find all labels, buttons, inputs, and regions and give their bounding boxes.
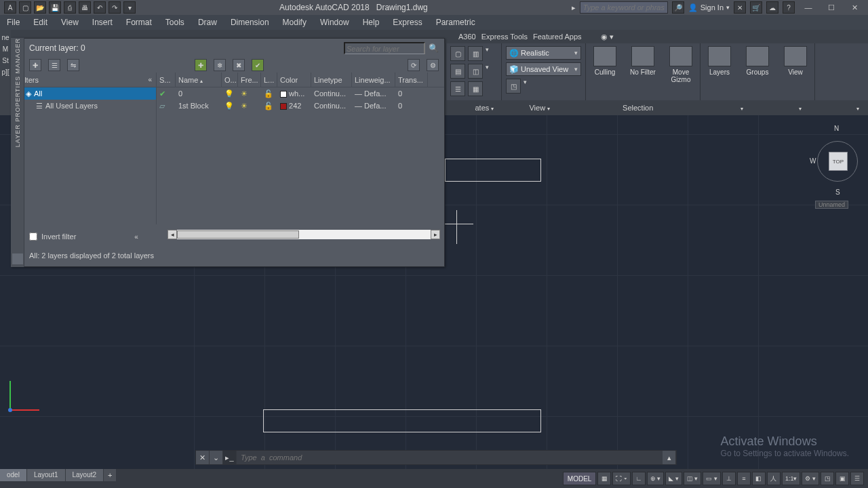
binoculars-icon[interactable]: 🔎 <box>672 1 684 14</box>
menu-dimension[interactable]: Dimension <box>224 15 276 30</box>
layer-panel-menu-icon[interactable] <box>12 253 23 264</box>
viewcube[interactable]: N W S TOP Unnamed <box>814 121 861 209</box>
save-icon[interactable]: 💾 <box>49 1 61 14</box>
title-arrow-icon[interactable]: ▸ <box>572 3 576 12</box>
close-button[interactable]: ✕ <box>845 1 864 14</box>
sb-custom-icon[interactable]: ☰ <box>850 472 864 485</box>
col-on[interactable]: O... <box>222 73 238 87</box>
refresh-icon[interactable]: ⟳ <box>408 59 420 71</box>
search-icon[interactable]: 🔍 <box>428 43 439 53</box>
rib-ico-4[interactable]: ◫ <box>468 64 483 79</box>
view-dropdown[interactable]: 🧊 Unsaved View▾ <box>506 62 581 76</box>
app-icon[interactable]: A <box>4 1 16 14</box>
col-trans[interactable]: Trans... <box>395 73 428 87</box>
layer-panel-titlebar[interactable]: LAYER PROPERTIES MANAGER <box>11 38 24 267</box>
tab-a360[interactable]: A360 <box>458 33 476 41</box>
menu-help[interactable]: Help <box>356 15 387 30</box>
command-input[interactable] <box>237 451 663 464</box>
filter-used[interactable]: ☰All Used Layers <box>12 100 156 112</box>
help-icon[interactable]: ? <box>783 1 795 14</box>
tab-layout1[interactable]: Layout1 <box>27 469 66 481</box>
rib-ico-5[interactable]: ☰ <box>450 81 465 96</box>
signin[interactable]: 👤Sign In▾ <box>688 3 730 12</box>
layer-search-input[interactable] <box>344 42 425 54</box>
new-icon[interactable]: ▢ <box>19 1 31 14</box>
open-icon[interactable]: 📂 <box>34 1 46 14</box>
vc-ucs-label[interactable]: Unnamed <box>815 201 848 209</box>
set-current-icon[interactable]: ✔ <box>252 59 264 71</box>
exchange-icon[interactable]: ✕ <box>734 1 746 14</box>
ucs-icon[interactable] <box>7 375 47 416</box>
cloud-icon[interactable]: ☁ <box>766 1 778 14</box>
layer-row-0[interactable]: ✔ 0 💡 ☀ 🔓 wh... Continu... — Defa... 0 <box>157 87 444 100</box>
sb-gear-icon[interactable]: ⚙ ▾ <box>802 472 819 485</box>
tab-bullet-icon[interactable]: ◉ ▾ <box>601 33 614 41</box>
filters-header[interactable]: Filters« <box>12 73 156 87</box>
rib-vs-ico[interactable]: ◳ <box>506 79 521 94</box>
col-color[interactable]: Color <box>277 73 311 87</box>
layer-states-icon[interactable]: ⇋ <box>67 59 79 71</box>
rectangle-top[interactable] <box>445 159 541 182</box>
qat-more-icon[interactable]: ▾ <box>123 1 136 14</box>
rib-ico-6[interactable]: ▦ <box>468 81 483 96</box>
rib-ico-2[interactable]: ▥ <box>468 46 483 61</box>
groups-button[interactable]: Groups <box>738 43 776 79</box>
sb-perf-icon[interactable]: ◳ <box>821 472 834 485</box>
sb-3dosnap-icon[interactable]: ▭ ▾ <box>703 472 721 485</box>
sb-model[interactable]: MODEL <box>563 472 597 485</box>
keyword-search[interactable] <box>580 1 668 14</box>
menu-modify[interactable]: Modify <box>276 15 313 30</box>
sb-lw-icon[interactable]: ≡ <box>737 472 751 485</box>
new-layer2-icon[interactable]: ✚ <box>195 59 207 71</box>
sb-scale[interactable]: 1:1 ▾ <box>782 472 801 485</box>
sb-ortho-icon[interactable]: ∟ <box>632 472 646 485</box>
redo-icon[interactable]: ↷ <box>108 1 121 14</box>
rib-ico-1[interactable]: ▢ <box>450 46 465 61</box>
sb-grid-icon[interactable]: ▦ <box>597 472 611 485</box>
sb-clean-icon[interactable]: ▣ <box>835 472 849 485</box>
maximize-button[interactable]: ☐ <box>822 1 841 14</box>
new-layer-icon[interactable]: ✚ <box>29 59 41 71</box>
scroll-left-icon[interactable]: ◂ <box>167 230 177 239</box>
new-group-icon[interactable]: ☰ <box>48 59 60 71</box>
sb-polar-icon[interactable]: ⊕ ▾ <box>647 472 665 485</box>
culling-button[interactable]: Culling <box>586 43 624 86</box>
vc-top-face[interactable]: TOP <box>829 152 848 171</box>
scroll-right-icon[interactable]: ▸ <box>431 230 440 239</box>
add-layout-icon[interactable]: + <box>104 471 116 479</box>
scroll-thumb[interactable] <box>177 230 299 239</box>
saveas-icon[interactable]: ⎙ <box>64 1 76 14</box>
cmd-options-icon[interactable]: ⌄ <box>210 451 223 464</box>
menu-parametric[interactable]: Parametric <box>429 15 482 30</box>
nofilter-button[interactable]: No Filter <box>624 43 662 86</box>
rectangle-bottom[interactable] <box>263 409 541 432</box>
col-linetype[interactable]: Linetype <box>311 73 352 87</box>
collapse-icon[interactable]: « <box>148 76 152 83</box>
layer-hscroll[interactable]: ◂ ▸ <box>167 230 440 239</box>
visual-style-dropdown[interactable]: 🌐 Realistic▾ <box>506 46 581 60</box>
freeze-layer-icon[interactable]: ❄ <box>214 59 226 71</box>
tab-layout2[interactable]: Layout2 <box>66 469 104 481</box>
menu-file[interactable]: File <box>0 15 26 30</box>
rib-ico-3[interactable]: ▤ <box>450 64 465 79</box>
invert-checkbox[interactable] <box>29 232 37 241</box>
invert-filter[interactable]: Invert filter« <box>29 232 138 241</box>
settings-icon[interactable]: ⚙ <box>427 59 439 71</box>
col-freeze[interactable]: Fre... <box>238 73 261 87</box>
cart-icon[interactable]: 🛒 <box>750 1 762 14</box>
menu-format[interactable]: Format <box>119 15 159 30</box>
menu-express[interactable]: Express <box>386 15 429 30</box>
minimize-button[interactable]: — <box>799 1 818 14</box>
tab-featured[interactable]: Featured Apps <box>533 33 582 41</box>
undo-icon[interactable]: ↶ <box>94 1 106 14</box>
caret-down-icon[interactable]: ▾ <box>524 79 527 94</box>
tab-model[interactable]: odel <box>0 469 27 481</box>
menu-view[interactable]: View <box>54 15 85 30</box>
filter-all[interactable]: ⊟◈All <box>12 87 156 100</box>
cmd-history-icon[interactable]: ▴ <box>663 451 676 464</box>
sb-dyn-icon[interactable]: ⊥ <box>722 472 736 485</box>
sb-cycle-icon[interactable]: 人 <box>767 472 781 485</box>
menu-window[interactable]: Window <box>313 15 356 30</box>
menu-tools[interactable]: Tools <box>159 15 191 30</box>
collapse-icon[interactable]: « <box>134 233 138 241</box>
